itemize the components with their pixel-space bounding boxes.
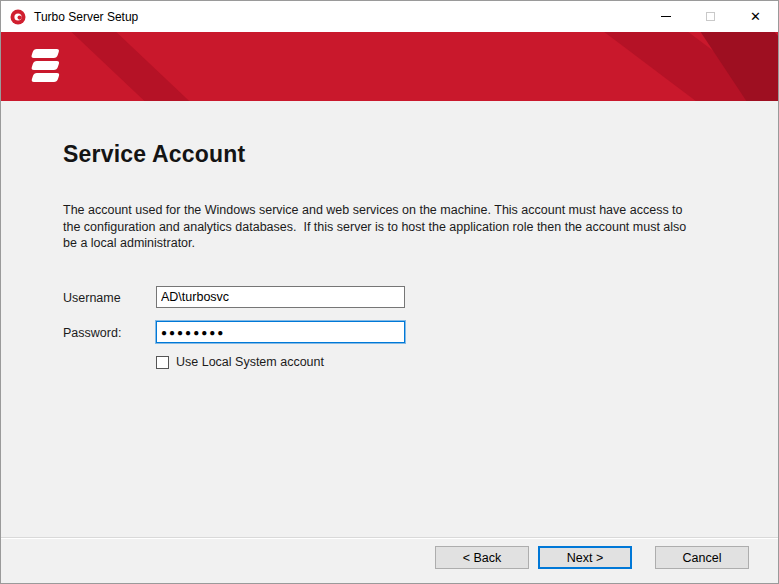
minimize-icon xyxy=(661,16,671,17)
banner-diagonal-decoration xyxy=(63,32,203,101)
app-icon xyxy=(10,9,26,25)
footer-divider xyxy=(1,537,778,539)
header-banner xyxy=(1,32,778,101)
maximize-button[interactable] xyxy=(688,1,733,32)
next-button[interactable]: Next > xyxy=(538,546,632,569)
username-label: Username xyxy=(63,291,121,305)
local-system-account-row: Use Local System account xyxy=(156,355,324,369)
cancel-button[interactable]: Cancel xyxy=(655,546,749,569)
window-controls: ✕ xyxy=(643,1,778,32)
password-input[interactable] xyxy=(156,321,405,343)
minimize-button[interactable] xyxy=(643,1,688,32)
turbo-stack-logo-icon xyxy=(19,45,65,89)
password-label: Password: xyxy=(63,326,121,340)
local-system-checkbox-label[interactable]: Use Local System account xyxy=(176,355,324,369)
page-description: The account used for the Windows service… xyxy=(63,202,693,252)
page-title: Service Account xyxy=(63,141,245,168)
username-input[interactable] xyxy=(156,286,405,308)
title-bar: Turbo Server Setup ✕ xyxy=(1,1,778,32)
close-button[interactable]: ✕ xyxy=(733,1,778,32)
window-title: Turbo Server Setup xyxy=(34,10,138,24)
installer-window: Turbo Server Setup ✕ Service Account xyxy=(0,0,779,584)
local-system-checkbox[interactable] xyxy=(156,356,169,369)
close-icon: ✕ xyxy=(750,10,761,23)
maximize-icon xyxy=(706,12,715,21)
back-button[interactable]: < Back xyxy=(435,546,529,569)
